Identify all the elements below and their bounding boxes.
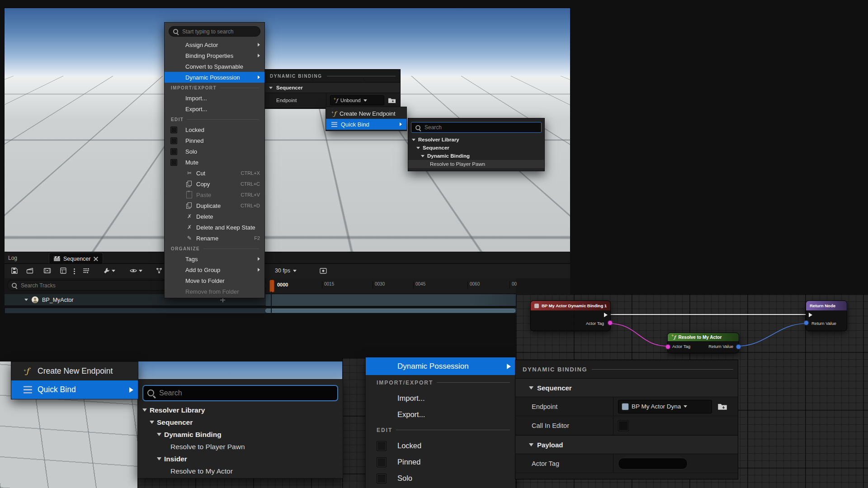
blueprint-graph-background[interactable]	[137, 478, 342, 488]
exec-output-pin[interactable]	[604, 313, 608, 317]
tab-sequencer[interactable]: Sequencer	[49, 253, 103, 264]
call-in-editor-checkbox[interactable]	[618, 420, 629, 431]
browse-asset-icon[interactable]	[717, 403, 727, 410]
save-icon[interactable]	[11, 267, 18, 274]
resolver-search-field[interactable]	[142, 385, 338, 401]
tree-item-sequencer[interactable]: Sequencer	[408, 144, 544, 152]
endpoint-dropdown[interactable]: Unbound	[330, 95, 384, 105]
return-value-output-pin[interactable]	[736, 345, 741, 349]
checkbox[interactable]	[170, 159, 177, 166]
actor-tag-input[interactable]	[618, 458, 688, 469]
collapse-icon[interactable]	[529, 386, 533, 389]
track-options-icon[interactable]	[82, 267, 90, 274]
timeline-ruler[interactable]: 0015 0030 0045 0060 00	[266, 278, 516, 294]
menu-item-dynamic-possession[interactable]: Dynamic Possession	[165, 72, 264, 83]
node-dynamic-binding[interactable]: BP My Actor Dynamic Binding 1 Actor Tag	[530, 300, 611, 331]
tree-item-dynamic-binding[interactable]: Dynamic Binding	[408, 152, 544, 160]
tree-item-sequencer[interactable]: Sequencer	[138, 416, 343, 428]
menu-item-export[interactable]: Export...	[165, 103, 264, 114]
group-row-payload[interactable]: Payload	[515, 435, 738, 454]
overview-scroll-handle[interactable]	[265, 309, 515, 313]
close-tab-icon[interactable]	[94, 257, 98, 261]
menu-item-locked[interactable]: Locked	[366, 437, 515, 454]
node-resolve-to-my-actor[interactable]: Resolve to My Actor Actor Tag Return Val…	[667, 333, 739, 353]
menu-item-delete[interactable]: ✗Delete	[165, 211, 264, 222]
tree-item-dynamic-binding[interactable]: Dynamic Binding	[138, 428, 343, 441]
node-return[interactable]: Return Node Return Value	[806, 300, 847, 331]
ruler-tick: 00	[509, 282, 517, 289]
menu-item-export[interactable]: Export...	[366, 406, 515, 422]
menu-item-convert-to-spawnable[interactable]: Convert to Spawnable	[165, 61, 264, 72]
menu-item-binding-properties[interactable]: Binding Properties	[165, 50, 264, 61]
wrench-icon[interactable]	[103, 267, 115, 274]
timeline-overview-bar[interactable]	[5, 308, 517, 314]
menu-item-solo[interactable]: Solo	[366, 470, 515, 486]
track-lane[interactable]	[266, 294, 516, 306]
exec-input-pin[interactable]	[809, 313, 812, 317]
track-context-menu: Assign Actor Binding Properties Convert …	[164, 22, 265, 298]
return-value-input-pin[interactable]	[804, 321, 808, 325]
menu-item-paste[interactable]: PasteCTRL+V	[165, 189, 264, 200]
checkbox[interactable]	[170, 148, 177, 155]
menu-item-tags[interactable]: Tags	[165, 253, 264, 264]
menu-search-field[interactable]	[169, 26, 260, 37]
menu-item-add-to-group[interactable]: Add to Group	[165, 264, 264, 275]
menu-item-cut[interactable]: ✂CutCTRL+X	[165, 168, 264, 178]
keyframe-icon[interactable]	[319, 267, 327, 275]
checkbox[interactable]	[377, 457, 387, 467]
fps-dropdown[interactable]: 30 fps	[275, 267, 297, 274]
track-expander-icon[interactable]	[24, 299, 28, 301]
checkbox[interactable]	[170, 127, 177, 133]
collapse-icon	[416, 147, 420, 149]
checkbox[interactable]	[377, 474, 387, 483]
collapse-icon[interactable]	[529, 443, 533, 446]
eye-icon[interactable]	[129, 267, 142, 274]
endpoint-dropdown[interactable]: BP My Actor Dyna	[618, 400, 712, 413]
menu-item-quick-bind[interactable]: Quick Bind	[11, 380, 138, 399]
menu-item-mute[interactable]: Mute	[165, 157, 264, 168]
menu-item-copy[interactable]: CopyCTRL+C	[165, 178, 264, 189]
tab-log[interactable]: Log	[8, 255, 17, 261]
checkbox[interactable]	[170, 137, 177, 144]
menu-item-create-new-endpoint[interactable]: Create New Endpoint	[326, 108, 406, 119]
tree-item-insider[interactable]: Insider	[138, 453, 343, 465]
details-board-icon[interactable]	[60, 267, 67, 274]
menu-item-move-to-folder[interactable]: Move to Folder	[165, 275, 264, 286]
menu-item-quick-bind[interactable]: Quick Bind	[326, 119, 406, 130]
menu-item-rename[interactable]: ✎RenameF2	[165, 233, 264, 244]
group-row-sequencer[interactable]: Sequencer	[264, 82, 400, 93]
menu-search-input[interactable]	[181, 28, 256, 35]
playhead-marker[interactable]	[269, 280, 274, 292]
menu-item-solo[interactable]: Solo	[165, 146, 264, 157]
menu-item-import[interactable]: Import...	[165, 93, 264, 103]
endpoint-value: BP My Actor Dyna	[632, 403, 681, 410]
menu-item-duplicate[interactable]: DuplicateCTRL+D	[165, 200, 264, 211]
kebab-menu-icon[interactable]	[73, 268, 75, 275]
menu-item-assign-actor[interactable]: Assign Actor	[165, 39, 264, 50]
menu-item-pinned[interactable]: Pinned	[165, 135, 264, 146]
tree-item-resolve-to-player-pawn[interactable]: Resolve to Player Pawn	[138, 441, 343, 453]
camera-cut-icon[interactable]	[26, 267, 34, 274]
tree-item-resolve-to-my-actor[interactable]: Resolve to My Actor	[138, 465, 343, 477]
menu-item-import[interactable]: Import...	[366, 390, 515, 406]
menu-item-pinned[interactable]: Pinned	[366, 454, 515, 470]
resolver-search-field[interactable]	[411, 122, 542, 133]
actor-tag-label: Actor Tag	[515, 454, 613, 473]
browse-asset-icon[interactable]	[388, 97, 396, 103]
menu-item-delete-keep-state[interactable]: ✗Delete and Keep State	[165, 222, 264, 233]
group-row-sequencer[interactable]: Sequencer	[515, 378, 738, 397]
collapse-icon[interactable]	[269, 87, 273, 89]
menu-item-create-new-endpoint[interactable]: Create New Endpoint	[11, 362, 138, 380]
actor-tag-output-pin[interactable]	[608, 321, 612, 325]
actor-tag-input-pin[interactable]	[666, 345, 670, 349]
menu-item-dynamic-possession[interactable]: Dynamic Possession	[366, 357, 515, 375]
resolver-search-input[interactable]	[424, 124, 538, 131]
menu-item-remove-from-folder[interactable]: Remove from Folder	[165, 286, 264, 297]
checkbox[interactable]	[377, 441, 387, 451]
render-movie-icon[interactable]	[43, 267, 51, 274]
menu-item-locked[interactable]: Locked	[165, 124, 264, 135]
tree-item-resolver-library[interactable]: Resolver Library	[408, 136, 544, 144]
resolver-search-input[interactable]	[158, 389, 334, 398]
tree-item-resolver-library[interactable]: Resolver Library	[138, 404, 343, 416]
tree-item-resolve-to-player-pawn[interactable]: Resolve to Player Pawn	[408, 160, 544, 168]
